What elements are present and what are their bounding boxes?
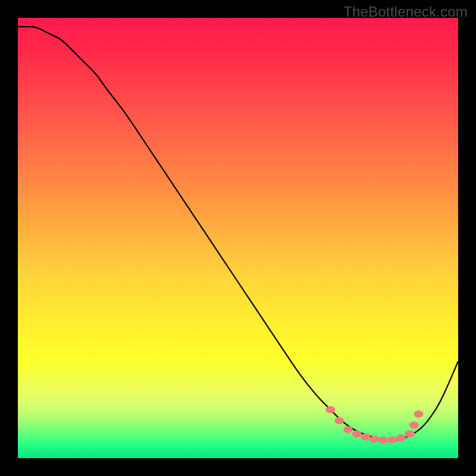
optimal-dot xyxy=(396,434,406,441)
curve-layer xyxy=(18,18,458,458)
optimal-dot xyxy=(409,422,419,429)
optimal-dot xyxy=(369,436,379,443)
optimal-dot xyxy=(361,434,371,441)
optimal-dot xyxy=(405,430,415,437)
optimal-dot xyxy=(352,430,362,437)
optimal-dot xyxy=(414,411,423,418)
plot-area xyxy=(18,18,458,458)
bottleneck-curve xyxy=(18,27,458,441)
watermark-text: TheBottleneck.com xyxy=(343,4,468,20)
chart-frame: TheBottleneck.com xyxy=(0,0,476,476)
optimal-dot xyxy=(378,437,388,444)
optimal-dot xyxy=(343,426,353,433)
optimal-dot xyxy=(325,406,335,414)
optimal-dot xyxy=(334,417,344,424)
optimal-dots xyxy=(325,406,423,444)
optimal-dot xyxy=(387,436,397,443)
